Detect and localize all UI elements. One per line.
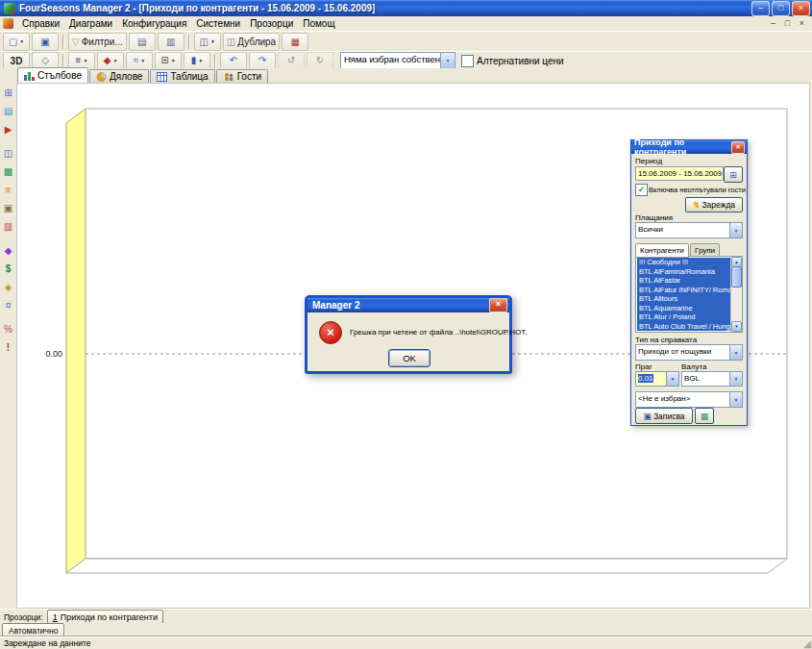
diamond-icon[interactable]: ◆ bbox=[5, 244, 12, 257]
include-guests-checkbox[interactable]: ✓ bbox=[635, 184, 648, 196]
monitor-icon[interactable]: ◫ bbox=[4, 147, 12, 160]
tab-shares[interactable]: Дялове bbox=[89, 69, 149, 83]
tab-contragents[interactable]: Контрагенти bbox=[635, 243, 689, 258]
calendar-button[interactable]: ⊞ bbox=[724, 166, 743, 183]
maximize-button[interactable]: □ bbox=[772, 1, 790, 16]
automatic-button[interactable]: Автоматично bbox=[2, 623, 64, 637]
window-switch-button[interactable]: 1 Приходи по контрагенти bbox=[47, 610, 163, 624]
menu-help[interactable]: Помощ bbox=[298, 16, 339, 31]
depth-dropdown-button[interactable]: ▮ ▼ bbox=[184, 52, 210, 70]
window-number: 1 bbox=[53, 612, 58, 622]
print-button[interactable]: ▥ bbox=[158, 33, 185, 51]
toolbar-separator bbox=[214, 54, 216, 68]
child-window-icon[interactable] bbox=[3, 18, 13, 29]
tab-columns[interactable]: Стълбове bbox=[17, 67, 88, 83]
load-button[interactable]: ↯ Зарежда bbox=[685, 197, 743, 212]
list-scrollbar[interactable]: ▲ ▼ bbox=[730, 257, 742, 332]
menu-reports[interactable]: Справки bbox=[17, 16, 64, 31]
main-toolbar: ▢ ▼ ▣ ▽ Филтри... ▤ ▥ ◫ ▼ ◫ Дублира ▦ bbox=[0, 31, 812, 52]
list-icon[interactable]: ≡ bbox=[6, 184, 12, 196]
tab-guests[interactable]: Гости bbox=[216, 69, 268, 83]
include-guests-label[interactable]: Включва неотпътували гости bbox=[649, 186, 746, 194]
alt-prices-checkbox[interactable] bbox=[461, 55, 474, 67]
guests-icon bbox=[223, 72, 234, 82]
save-button[interactable]: ▣ bbox=[32, 33, 59, 51]
child-restore-button[interactable]: □ bbox=[780, 16, 795, 31]
child-close-button[interactable]: × bbox=[795, 16, 809, 31]
palette-button[interactable]: ▦ bbox=[282, 33, 308, 51]
panel-titlebar[interactable]: Приходи по контрагенти × bbox=[631, 140, 747, 154]
report-type-combobox[interactable]: Приходи от нощувки ▼ bbox=[635, 344, 743, 361]
alert-icon[interactable]: ! bbox=[7, 341, 10, 354]
list-item[interactable]: BTL Alltours bbox=[637, 294, 730, 304]
statusbar: Зареждане на данните ◢ bbox=[0, 637, 812, 649]
marker-dropdown-button[interactable]: ◆ ▼ bbox=[97, 52, 124, 70]
panel-close-button[interactable]: × bbox=[731, 141, 745, 154]
list-item[interactable]: BTL AlFastar bbox=[637, 276, 730, 286]
tab-table[interactable]: Таблица bbox=[150, 69, 214, 83]
currency-icon[interactable]: ¤ bbox=[6, 299, 12, 312]
blocks-icon[interactable]: ▩ bbox=[4, 165, 12, 178]
tab-guests-label: Гости bbox=[237, 71, 261, 82]
load-button-label: Зарежда bbox=[701, 200, 735, 210]
rotate-right-button[interactable]: ↻ bbox=[307, 52, 333, 70]
list-item[interactable]: BTL Auto Club Travel / Hunga bbox=[637, 322, 730, 332]
minimize-button[interactable]: – bbox=[751, 1, 770, 16]
redo-button[interactable]: ↷ bbox=[249, 52, 276, 70]
tab-shares-label: Дялове bbox=[110, 71, 142, 82]
report-type-label: Тип на справката bbox=[635, 336, 697, 344]
undo-button[interactable]: ↶ bbox=[220, 52, 247, 70]
cube-grid-icon[interactable]: ⊞ bbox=[4, 87, 12, 99]
copy-button[interactable]: ◫ ▼ bbox=[194, 33, 221, 51]
currency-combobox[interactable]: BGL ▼ bbox=[681, 371, 743, 387]
list-item[interactable]: BTL AlFamina/Romania bbox=[637, 267, 730, 277]
resize-grip-icon[interactable]: ◢ bbox=[803, 638, 811, 649]
report-parameters-panel: Приходи по контрагенти × Период 15.06.20… bbox=[630, 139, 748, 426]
media-play-icon[interactable]: ▶ bbox=[5, 123, 12, 136]
grid-icon: ⊞ bbox=[160, 56, 168, 65]
menu-windows[interactable]: Прозорци bbox=[245, 16, 298, 31]
list-item[interactable]: BTL AlFatur INFINITY/ Romani bbox=[637, 286, 730, 295]
export-table-button[interactable]: ▦ bbox=[695, 408, 714, 424]
alt-prices-label[interactable]: Алтернативни цени bbox=[477, 56, 564, 66]
menu-configuration[interactable]: Конфигурация bbox=[117, 16, 191, 31]
titlebar[interactable]: FourSeasons Manager 2 - [Приходи по конт… bbox=[0, 0, 812, 16]
save-report-button[interactable]: ▣ Записва bbox=[635, 408, 693, 424]
owner-combobox[interactable]: Няма избран собственици ▼ bbox=[340, 52, 455, 69]
child-minimize-button[interactable]: – bbox=[766, 16, 780, 31]
duplicate-button[interactable]: ◫ Дублира bbox=[223, 33, 280, 51]
menu-diagrams[interactable]: Диаграми bbox=[64, 16, 117, 31]
list-item[interactable]: BTL Aquamarine bbox=[637, 304, 730, 313]
chevron-down-icon: ▼ bbox=[112, 59, 117, 63]
line-style-dropdown-button[interactable]: ≈ ▼ bbox=[126, 52, 153, 70]
gem-icon[interactable]: ◈ bbox=[5, 281, 12, 293]
report-type-value: Приходи от нощувки bbox=[636, 345, 729, 360]
ok-button[interactable]: OK bbox=[388, 349, 431, 367]
list-item[interactable]: BTL Atur / Poland bbox=[637, 312, 730, 322]
chevron-down-icon: ▼ bbox=[729, 392, 742, 407]
rotate-left-button[interactable]: ↺ bbox=[278, 52, 305, 70]
floppy-icon: ▣ bbox=[643, 412, 652, 421]
briefcase-icon[interactable]: ▣ bbox=[4, 202, 12, 214]
windows-bar-label: Прозорци: bbox=[4, 612, 43, 622]
scrollbar-thumb[interactable] bbox=[731, 266, 742, 287]
new-report-button[interactable]: ▢ ▼ bbox=[3, 33, 30, 51]
dialog-close-button[interactable]: × bbox=[489, 298, 507, 312]
close-button[interactable]: × bbox=[792, 1, 810, 16]
print-preview-button[interactable]: ▤ bbox=[129, 33, 156, 51]
threshold-input[interactable]: 0.01 ▼ bbox=[635, 371, 679, 387]
grid-dropdown-button[interactable]: ⊞ ▼ bbox=[155, 52, 182, 70]
dialog-titlebar[interactable]: Manager 2 × bbox=[308, 298, 509, 312]
menu-system[interactable]: Системни bbox=[191, 16, 245, 31]
building-icon[interactable]: ▥ bbox=[4, 220, 12, 233]
filters-button[interactable]: ▽ Филтри... bbox=[68, 33, 127, 51]
hotel-combobox[interactable]: <Не е избран> ▼ bbox=[635, 391, 743, 408]
period-input[interactable]: 15.06.2009 - 15.06.2009 bbox=[635, 166, 724, 181]
scroll-down-icon[interactable]: ▼ bbox=[731, 321, 742, 332]
report-chart-icon[interactable]: ▤ bbox=[4, 105, 12, 117]
payments-combobox[interactable]: Всички ▼ bbox=[635, 222, 743, 238]
chevron-down-icon: ▼ bbox=[729, 345, 742, 360]
percent-icon[interactable]: % bbox=[4, 323, 12, 336]
dollar-icon[interactable]: $ bbox=[6, 262, 12, 275]
list-item[interactable]: !!! Свободни !!! bbox=[637, 258, 730, 267]
